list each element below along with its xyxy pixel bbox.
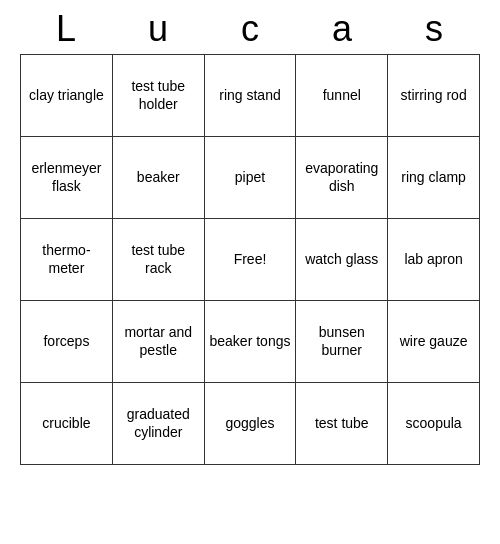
bingo-cell-r2c0: thermo-meter (21, 219, 113, 301)
title-letter-u: u (112, 8, 204, 50)
bingo-cell-r1c1: beaker (112, 137, 204, 219)
bingo-cell-r1c4: ring clamp (388, 137, 480, 219)
bingo-cell-r2c1: test tube rack (112, 219, 204, 301)
bingo-cell-r3c1: mortar and pestle (112, 301, 204, 383)
bingo-cell-r2c3: watch glass (296, 219, 388, 301)
bingo-cell-r4c3: test tube (296, 383, 388, 465)
bingo-cell-r4c2: goggles (204, 383, 296, 465)
bingo-cell-r2c4: lab apron (388, 219, 480, 301)
bingo-cell-r1c2: pipet (204, 137, 296, 219)
bingo-cell-r0c0: clay triangle (21, 55, 113, 137)
bingo-cell-r0c3: funnel (296, 55, 388, 137)
bingo-cell-r4c1: graduated cylinder (112, 383, 204, 465)
bingo-cell-r4c0: crucible (21, 383, 113, 465)
bingo-cell-r3c2: beaker tongs (204, 301, 296, 383)
bingo-cell-r0c4: stirring rod (388, 55, 480, 137)
title-letter-s: s (388, 8, 480, 50)
bingo-cell-r2c2: Free! (204, 219, 296, 301)
bingo-cell-r4c4: scoopula (388, 383, 480, 465)
title-letter-a: a (296, 8, 388, 50)
bingo-cell-r0c2: ring stand (204, 55, 296, 137)
title-letter-c: c (204, 8, 296, 50)
bingo-cell-r3c3: bunsen burner (296, 301, 388, 383)
bingo-cell-r0c1: test tube holder (112, 55, 204, 137)
bingo-cell-r3c0: forceps (21, 301, 113, 383)
title-letter-L: L (20, 8, 112, 50)
bingo-cell-r1c3: evaporating dish (296, 137, 388, 219)
bingo-grid: clay triangletest tube holderring standf… (20, 54, 480, 465)
title-row: L u c a s (20, 0, 480, 54)
bingo-cell-r3c4: wire gauze (388, 301, 480, 383)
bingo-cell-r1c0: erlenmeyer flask (21, 137, 113, 219)
